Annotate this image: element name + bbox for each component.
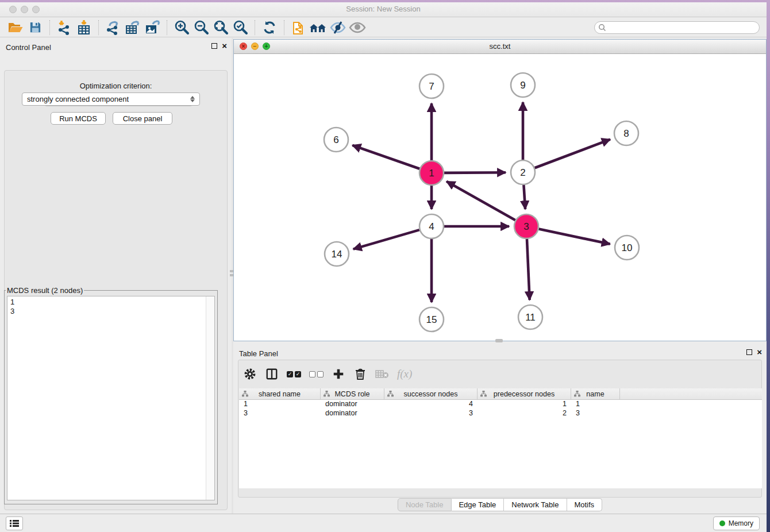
toolbar-separator [255,20,255,35]
memory-label: Memory [729,519,753,527]
table-tab-motifs[interactable]: Motifs [567,498,602,511]
node-table-container: ✓✓ f(x) shared nameMCDS rolesuccessor no… [238,360,762,498]
graph-node-label-14: 14 [332,249,342,260]
toolbar-separator [284,20,284,35]
search-field[interactable] [594,21,760,34]
table-row[interactable]: 3dominator323 [239,409,762,418]
control-panel-float-icon[interactable] [211,43,217,49]
window-title: Session: New Session [0,5,767,13]
graph-node-label-11: 11 [525,312,536,323]
network-window-titlebar[interactable]: × − + scc.txt [234,40,766,54]
zoom-in-icon[interactable] [172,19,191,36]
column-header-predecessor-nodes[interactable]: predecessor nodes [478,388,571,399]
open-session-icon[interactable] [6,19,25,36]
show-all-eye-icon[interactable] [348,19,367,36]
table-cell: dominator [321,409,384,418]
column-header-name[interactable]: name [571,388,620,399]
run-mcds-button[interactable]: Run MCDS [51,112,106,125]
graph-node-label-10: 10 [622,242,633,253]
export-network-icon[interactable] [103,19,123,36]
column-header-successor-nodes[interactable]: successor nodes [384,388,478,399]
node-table: shared nameMCDS rolesuccessor nodesprede… [239,388,762,488]
optimization-criterion-label: Optimization criterion: [0,82,232,90]
new-network-from-file-icon[interactable] [289,19,309,36]
table-cell: dominator [321,400,384,409]
memory-button[interactable]: Memory [713,516,760,530]
zoom-selected-icon[interactable] [230,19,250,36]
table-settings-gear-icon[interactable] [243,366,257,382]
zoom-out-icon[interactable] [191,19,211,36]
graph-node-label-3: 3 [523,221,529,232]
graph-edge-3-10[interactable] [539,229,610,244]
table-cell: 1 [571,400,620,409]
memory-status-icon [719,521,725,526]
table-body: 1dominator4113dominator323 [239,400,762,418]
search-icon [598,24,606,32]
table-cell: 3 [571,409,620,418]
import-table-icon[interactable] [74,19,94,36]
export-image-icon[interactable] [143,19,162,36]
column-header-shared-name[interactable]: shared name [239,388,321,399]
save-session-icon[interactable] [25,19,45,36]
graph-edge-4-14[interactable] [353,230,419,249]
table-panel-tabs: Node TableEdge TableNetwork TableMotifs [398,498,602,511]
table-cell: 3 [239,409,321,418]
table-row[interactable]: 1dominator411 [239,400,762,409]
deselect-all-rows-icon[interactable] [309,366,324,382]
graph-edge-3-1[interactable] [446,182,515,220]
application-window: Session: New Session [0,2,767,532]
table-cell: 2 [478,409,571,418]
table-toolbar: ✓✓ f(x) [243,364,412,384]
mcds-result-scrollbar[interactable] [206,296,214,500]
table-header-row: shared nameMCDS rolesuccessor nodesprede… [239,388,762,400]
export-table-icon[interactable] [123,19,143,36]
main-toolbar [0,18,767,37]
column-visibility-icon[interactable] [265,366,279,382]
control-panel-title: Control Panel [6,43,51,52]
zoom-fit-icon[interactable] [211,19,230,36]
table-panel-float-icon[interactable] [746,349,752,355]
delete-column-trash-icon[interactable] [353,366,367,382]
table-tab-node-table[interactable]: Node Table [398,498,452,511]
close-panel-button[interactable]: Close panel [113,112,172,125]
graph-edge-3-11[interactable] [527,239,530,300]
import-network-icon[interactable] [55,19,74,36]
search-input[interactable] [606,24,750,32]
mcds-result-listbox[interactable]: 1 3 [7,296,215,500]
refresh-view-icon[interactable] [260,19,279,36]
criterion-select[interactable]: strongly connected component [22,92,200,106]
task-history-button[interactable] [6,516,23,530]
graph-node-label-4: 4 [429,221,434,232]
network-canvas[interactable]: 7968124314101511 [234,54,766,341]
hide-selected-eye-icon[interactable] [328,19,348,36]
graph-edge-2-3[interactable] [523,185,525,209]
network-window-title: scc.txt [234,42,766,51]
control-panel-close-icon[interactable]: × [222,43,227,49]
table-tab-edge-table[interactable]: Edge Table [451,498,504,511]
graph-node-label-1: 1 [429,168,434,179]
mcds-result-list: 1 3 [7,296,206,500]
criterion-value: strongly connected component [27,95,129,103]
graph-edge-1-6[interactable] [352,145,419,169]
function-builder-icon: f(x) [397,366,412,382]
window-titlebar: Session: New Session [0,2,767,17]
graph-edge-1-2[interactable] [444,172,506,173]
select-stepper-icon [190,96,195,102]
graph-node-label-15: 15 [426,314,437,325]
toolbar-separator [167,20,167,35]
column-header-MCDS-role[interactable]: MCDS role [321,388,384,399]
select-all-rows-icon[interactable]: ✓✓ [287,366,301,382]
table-panel-close-icon[interactable]: × [757,349,762,355]
horizontal-splitter-grip[interactable] [495,339,503,342]
table-tab-network-table[interactable]: Network Table [504,498,567,511]
delete-table-icon [375,366,389,382]
table-panel: Table Panel × ✓✓ [233,344,767,514]
hierarchy-icon [324,391,330,397]
toolbar-separator [98,20,99,35]
graph-node-label-8: 8 [623,128,629,139]
first-neighbors-icon[interactable] [309,19,328,36]
table-panel-title: Table Panel [239,349,278,358]
graph-edge-2-8[interactable] [535,140,610,168]
add-column-plus-icon[interactable] [332,366,345,382]
desktop: Session: New Session [0,0,770,532]
